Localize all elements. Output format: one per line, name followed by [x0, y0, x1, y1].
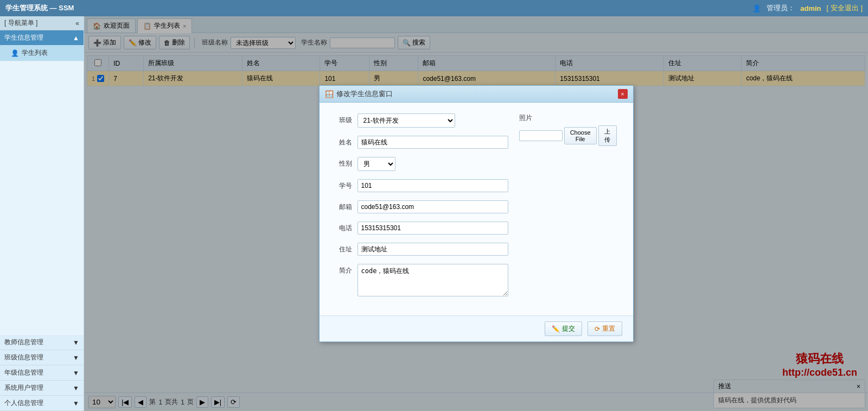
bio-field-textarea[interactable]: code，猿码在线	[358, 264, 508, 296]
bio-row: 简介 code，猿码在线	[336, 264, 508, 296]
name-field-input[interactable]	[358, 136, 508, 149]
admin-prefix: 管理员：	[767, 3, 795, 13]
photo-label: 照片	[519, 113, 532, 123]
collapse-icon[interactable]: «	[75, 20, 79, 27]
modal-footer: ✏️ 提交 ⟳ 重置	[320, 315, 633, 342]
topbar: 学生管理系统 — SSM 👤 管理员： admin [ 安全退出 ]	[0, 0, 868, 16]
modal-overlay: 🪟 修改学生信息窗口 × 班级 21-软	[84, 16, 868, 411]
system-mgmt-label[interactable]: 系统用户管理 ▼	[0, 381, 84, 396]
address-field-input[interactable]	[358, 243, 508, 256]
form-right: 照片 Choose File 上传	[519, 113, 617, 305]
reset-icon: ⟳	[595, 325, 600, 333]
bio-field-label: 简介	[336, 264, 358, 275]
upload-button[interactable]: 上传	[598, 125, 617, 146]
photo-upload-row: Choose File 上传	[519, 125, 617, 146]
class-field-select[interactable]: 21-软件开发	[358, 113, 455, 128]
logout-link[interactable]: [ 安全退出 ]	[827, 3, 863, 13]
email-field-input[interactable]	[358, 200, 508, 213]
content-area: 🏠 欢迎页面 📋 学生列表 × ➕ 添加 ✏️ 修改 🗑 删除	[84, 16, 868, 411]
gender-row: 性别 男 女	[336, 157, 508, 171]
name-field-label: 姓名	[336, 136, 358, 147]
modal-close-button[interactable]: ×	[618, 89, 628, 99]
expand-icon: ▲	[73, 34, 79, 42]
modal-title-text: 修改学生信息窗口	[336, 89, 393, 99]
personal-mgmt-label[interactable]: 个人信息管理 ▼	[0, 396, 84, 411]
class-field-label: 班级	[336, 113, 358, 125]
address-field-label: 住址	[336, 243, 358, 254]
class-row: 班级 21-软件开发	[336, 113, 508, 128]
user-icon: 👤	[752, 4, 761, 12]
submit-icon: ✏️	[552, 325, 560, 333]
sidebar: [ 导航菜单 ] « 学生信息管理 ▲ 👤 学生列表 教师信息管理 ▼ 班级信息…	[0, 16, 84, 411]
photo-path-input[interactable]	[519, 130, 563, 141]
modal-header: 🪟 修改学生信息窗口 ×	[320, 86, 633, 103]
form-left: 班级 21-软件开发 姓名	[336, 113, 508, 305]
sidebar-item-student-list[interactable]: 👤 学生列表	[0, 45, 84, 61]
nav-label: [ 导航菜单 ]	[4, 18, 37, 28]
student-section: 学生信息管理 ▲ 👤 学生列表	[0, 30, 84, 61]
teacher-mgmt-label[interactable]: 教师信息管理 ▼	[0, 335, 84, 350]
choose-file-button[interactable]: Choose File	[564, 127, 597, 144]
modal-title-area: 🪟 修改学生信息窗口	[325, 89, 393, 99]
admin-name: admin	[800, 4, 821, 12]
modal-window-icon: 🪟	[325, 90, 334, 98]
photo-area: 照片 Choose File 上传	[519, 113, 617, 146]
student-no-row: 学号	[336, 179, 508, 192]
class-mgmt-label[interactable]: 班级信息管理 ▼	[0, 350, 84, 365]
address-row: 住址	[336, 243, 508, 256]
form-cols: 班级 21-软件开发 姓名	[336, 113, 617, 305]
modal-dialog: 🪟 修改学生信息窗口 × 班级 21-软	[319, 85, 634, 342]
phone-field-input[interactable]	[358, 222, 508, 235]
gender-field-select[interactable]: 男 女	[358, 157, 395, 171]
app-title: 学生管理系统 — SSM	[5, 3, 74, 13]
sidebar-header: [ 导航菜单 ] «	[0, 16, 84, 30]
student-no-label: 学号	[336, 179, 358, 191]
email-field-label: 邮箱	[336, 200, 358, 212]
student-mgmt-title[interactable]: 学生信息管理 ▲	[0, 30, 84, 45]
reset-button[interactable]: ⟳ 重置	[588, 321, 622, 336]
name-row: 姓名	[336, 136, 508, 149]
student-list-icon: 👤	[11, 49, 19, 57]
user-area: 👤 管理员： admin [ 安全退出 ]	[752, 3, 863, 13]
phone-row: 电话	[336, 222, 508, 235]
phone-field-label: 电话	[336, 222, 358, 233]
gender-field-label: 性别	[336, 157, 358, 168]
submit-button[interactable]: ✏️ 提交	[545, 321, 582, 336]
student-no-input[interactable]	[358, 179, 508, 192]
main-layout: [ 导航菜单 ] « 学生信息管理 ▲ 👤 学生列表 教师信息管理 ▼ 班级信息…	[0, 16, 868, 411]
email-row: 邮箱	[336, 200, 508, 213]
modal-body: 班级 21-软件开发 姓名	[320, 103, 633, 315]
grade-mgmt-label[interactable]: 年级信息管理 ▼	[0, 365, 84, 381]
